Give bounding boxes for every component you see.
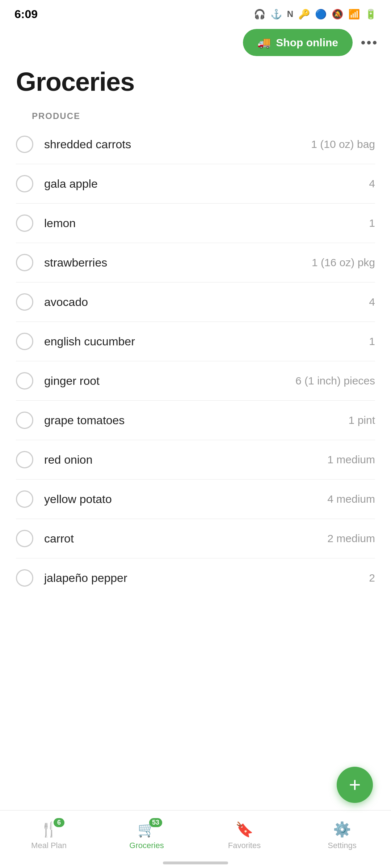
truck-icon: 🚚 <box>257 36 271 49</box>
item-quantity: 2 medium <box>327 532 375 545</box>
grocery-list: PRODUCEshredded carrots1 (10 oz) baggala… <box>0 100 391 663</box>
item-quantity: 1 pint <box>349 414 375 426</box>
item-checkbox[interactable] <box>16 530 33 547</box>
shop-online-label: Shop online <box>276 37 338 49</box>
item-name: grape tomatoes <box>44 414 338 427</box>
grocery-item[interactable]: yellow potato4 medium <box>16 480 375 519</box>
grocery-item[interactable]: ginger root6 (1 inch) pieces <box>16 361 375 401</box>
item-quantity: 1 (16 oz) pkg <box>312 256 375 269</box>
item-name: ginger root <box>44 374 285 388</box>
item-name: shredded carrots <box>44 138 300 151</box>
item-checkbox[interactable] <box>16 175 33 192</box>
grocery-item[interactable]: jalapeño pepper2 <box>16 558 375 597</box>
bluetooth-icon: 🔵 <box>315 9 327 20</box>
page-title: Groceries <box>0 60 391 100</box>
status-icons: 🎧 ⚓ N 🔑 🔵 🔕 📶 🔋 <box>254 9 377 20</box>
signal-icon: 📶 <box>348 9 360 20</box>
grocery-item[interactable]: shredded carrots1 (10 oz) bag <box>16 125 375 164</box>
bottom-nav: 🍴6Meal Plan🛒53Groceries🔖Favorites⚙️Setti… <box>0 810 391 868</box>
grocery-item[interactable]: avocado4 <box>16 282 375 322</box>
anchor-icon: ⚓ <box>270 9 282 20</box>
nav-badge-meal-plan: 6 <box>54 818 64 827</box>
nav-label-meal-plan: Meal Plan <box>31 841 67 850</box>
item-quantity: 6 (1 inch) pieces <box>295 375 375 387</box>
grocery-item[interactable]: strawberries1 (16 oz) pkg <box>16 243 375 282</box>
item-name: gala apple <box>44 177 358 191</box>
nav-item-settings[interactable]: ⚙️Settings <box>293 821 391 850</box>
add-item-button[interactable]: + <box>337 767 373 803</box>
item-checkbox[interactable] <box>16 451 33 468</box>
section-header: PRODUCE <box>16 100 375 125</box>
nav-label-favorites: Favorites <box>228 841 261 850</box>
nav-item-meal-plan[interactable]: 🍴6Meal Plan <box>0 821 98 850</box>
item-name: jalapeño pepper <box>44 571 358 585</box>
item-quantity: 1 medium <box>327 454 375 466</box>
nav-item-favorites[interactable]: 🔖Favorites <box>196 821 293 850</box>
item-name: carrot <box>44 532 316 545</box>
more-dot-2 <box>367 41 371 44</box>
item-quantity: 1 <box>369 217 375 229</box>
item-checkbox[interactable] <box>16 293 33 311</box>
plus-icon: + <box>349 775 361 795</box>
top-action-bar: 🚚 Shop online <box>0 25 391 60</box>
nav-label-settings: Settings <box>328 841 357 850</box>
item-quantity: 4 <box>369 296 375 308</box>
grocery-item[interactable]: red onion1 medium <box>16 440 375 480</box>
item-name: yellow potato <box>44 493 316 506</box>
home-indicator <box>163 861 228 864</box>
grocery-item[interactable]: carrot2 medium <box>16 519 375 558</box>
item-name: red onion <box>44 453 316 467</box>
item-name: strawberries <box>44 256 301 269</box>
notification-off-icon: 🔕 <box>332 9 343 20</box>
shop-online-button[interactable]: 🚚 Shop online <box>243 29 353 56</box>
item-quantity: 2 <box>369 572 375 584</box>
item-quantity: 4 <box>369 178 375 190</box>
grocery-item[interactable]: english cucumber1 <box>16 322 375 361</box>
item-name: avocado <box>44 295 358 309</box>
grocery-item[interactable]: grape tomatoes1 pint <box>16 401 375 440</box>
item-name: english cucumber <box>44 335 358 348</box>
item-checkbox[interactable] <box>16 214 33 232</box>
item-name: lemon <box>44 217 358 230</box>
headphone-icon: 🎧 <box>254 9 265 20</box>
status-bar: 6:09 🎧 ⚓ N 🔑 🔵 🔕 📶 🔋 <box>0 0 391 25</box>
more-dot-1 <box>361 41 365 44</box>
more-dot-3 <box>373 41 377 44</box>
item-checkbox[interactable] <box>16 569 33 587</box>
nav-icon-favorites: 🔖 <box>235 821 253 837</box>
grocery-item[interactable]: lemon1 <box>16 204 375 243</box>
item-checkbox[interactable] <box>16 490 33 508</box>
status-time: 6:09 <box>14 8 38 21</box>
nav-label-groceries: Groceries <box>129 841 164 850</box>
nav-item-groceries[interactable]: 🛒53Groceries <box>98 821 196 850</box>
grocery-item[interactable]: gala apple4 <box>16 164 375 204</box>
item-checkbox[interactable] <box>16 254 33 271</box>
nav-icon-settings: ⚙️ <box>333 821 351 837</box>
item-checkbox[interactable] <box>16 412 33 429</box>
key-icon: 🔑 <box>298 9 310 20</box>
more-button[interactable] <box>361 41 377 44</box>
item-quantity: 1 (10 oz) bag <box>311 138 375 150</box>
item-checkbox[interactable] <box>16 136 33 153</box>
nav-badge-groceries: 53 <box>149 818 162 827</box>
item-quantity: 1 <box>369 335 375 348</box>
battery-icon: 🔋 <box>365 9 377 20</box>
item-quantity: 4 medium <box>327 493 375 505</box>
item-checkbox[interactable] <box>16 372 33 390</box>
vpn-icon: N <box>287 9 293 19</box>
item-checkbox[interactable] <box>16 333 33 350</box>
